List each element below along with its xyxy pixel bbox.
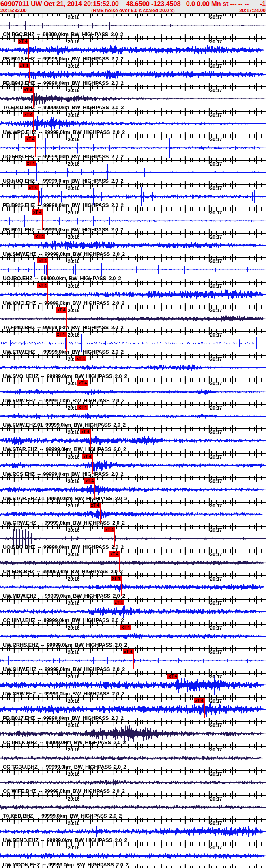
trace-row-UW.STAR.EHZ: 20:1620:17xT 4UW.STAR.EHZ -- 99999.0km B…	[0, 428, 266, 453]
station-label-UW.GRW.EHZ: UW.GRW.EHZ -- 99999.0km BW HIGHPASS 2.0 …	[3, 520, 125, 526]
pick-flag-UW.MDW.EHZ[interactable]: xT 4	[111, 576, 121, 581]
minute-label-2017: 20:17	[210, 308, 222, 313]
pick-flag-CC.HIYU.EHZ[interactable]: xT 4	[114, 600, 124, 605]
pick-flag-UW.CRW.EHZ[interactable]: xT 4	[167, 674, 178, 679]
event-summary-text: 60907011 UW Oct 21, 2014 20:15:52.00 48.…	[0, 0, 249, 8]
minute-label-2016: 20:16	[68, 625, 79, 631]
minute-label-2016: 20:16	[68, 283, 79, 289]
minute-label-2017: 20:17	[210, 430, 222, 435]
minute-label-2017: 20:17	[210, 674, 222, 680]
station-label-PB.B011.EHZ: PB.B011.EHZ -- 99999.0km BW HIGHPASS 2.0…	[3, 227, 123, 233]
pick-flag-UO.FRIS.EHZ[interactable]: xT 4	[25, 136, 36, 142]
minute-label-2016: 20:16	[68, 15, 79, 20]
pick-flag-PB.B013.EHZ[interactable]: xT 4	[18, 39, 28, 44]
station-label-CC.TCBU.BHZ: CC.TCBU.BHZ -- 99999.0km BW HIGHPASS 2.0…	[3, 764, 126, 770]
minute-label-2016: 20:16	[68, 39, 79, 45]
station-label-TA.I05D.BHZ: TA.I05D.BHZ -- 99999.0km BW HIGHPASS 2.0…	[3, 813, 122, 819]
minute-label-2017: 20:17	[210, 161, 222, 167]
pick-flag-UW.GRW.EHZ[interactable]: xT 4	[90, 503, 100, 508]
minute-label-2016: 20:16	[68, 332, 79, 338]
minute-label-2017: 20:17	[210, 137, 222, 143]
station-label-UO.FRIS.EHZ: UO.FRIS.EHZ -- 99999.0km BW HIGHPASS 2.0…	[3, 153, 124, 160]
pick-flag-TA.E04D.BHZ[interactable]: xT 4	[23, 87, 33, 93]
pick-flag-UW.KMO.EHZ[interactable]: xT 4	[37, 283, 48, 288]
pick-flag-UW.RCS.EHZ[interactable]: xT 4	[82, 454, 92, 459]
minute-label-2016: 20:16	[68, 430, 79, 435]
station-label-UW.WPO.EHZ: UW.WPO.EHZ -- 99999.0km BW HIGHPASS 2.0 …	[3, 129, 125, 135]
minute-label-2016: 20:16	[68, 576, 79, 582]
pick-flag-CN.EDB.BHZ[interactable]: xT 4	[109, 551, 120, 557]
pick-flag-PB.B926.EHZ[interactable]: xT 4	[28, 185, 38, 190]
trace-row-UW.STAR.EHZ.01: 20:1620:17xT 4UW.STAR.EHZ.01 99999.0km B…	[0, 477, 266, 502]
pick-flag-PB.B017.EHZ[interactable]: xT 4	[194, 698, 204, 703]
minute-label-2016: 20:16	[68, 796, 79, 802]
pick-flag-UO.DBO.BHZ[interactable]: xT 4	[104, 527, 115, 532]
minute-label-2017: 20:17	[210, 112, 222, 118]
pick-flag-UW.GHW.EHZ[interactable]: xT 4	[123, 649, 133, 654]
minute-label-2017: 20:17	[210, 88, 222, 93]
trace-row-UW.MDW.EHZ: 20:1620:17xT 4UW.MDW.EHZ -- 99999.0km BW…	[0, 575, 266, 599]
minute-label-2016: 20:16	[68, 137, 79, 143]
minute-label-2016: 20:16	[68, 479, 79, 484]
minute-label-2016: 20:16	[68, 308, 79, 313]
minute-label-2017: 20:17	[210, 259, 222, 264]
trace-row-PB.B926.EHZ: 20:1620:17xT 4PB.B926.EHZ -- 99999.0km B…	[0, 184, 266, 209]
minute-label-2017: 20:17	[210, 63, 222, 69]
station-label-PB.B017.EHZ: PB.B017.EHZ -- 99999.0km BW HIGHPASS 2.0…	[3, 715, 124, 721]
trace-row-CC.TCBU.BHZ: 20:1620:17CC.TCBU.BHZ -- 99999.0km BW HI…	[0, 746, 266, 770]
station-label-UW.KMO.EHZ: UW.KMO.EHZ -- 99999.0km BW HIGHPASS 2.0 …	[3, 300, 124, 306]
pick-flag-UW.FMW.EHZ.01[interactable]: xT 4	[77, 405, 88, 410]
trace-row-UW.ETW.EHZ: 20:1620:17xT 4UW.ETW.EHZ -- 99999.0km BW…	[0, 331, 266, 355]
pick-flag-UW.FMW.EHZ[interactable]: xT 4	[77, 380, 88, 386]
minute-label-2016: 20:16	[68, 674, 79, 680]
minute-label-2016: 20:16	[68, 723, 79, 728]
minute-label-2016: 20:16	[68, 771, 79, 777]
station-label-TA.F04D.BHZ: TA.F04D.BHZ -- 99999.0km BW HIGHPASS 2.0…	[3, 324, 124, 330]
pick-flag-UW.SMW.EHZ[interactable]: xT 4	[34, 234, 45, 239]
pick-flag-PB.B011.EHZ[interactable]: xT 4	[32, 209, 43, 215]
event-summary-flag: -1	[260, 0, 266, 8]
pick-flag-TA.F04D.BHZ[interactable]: xT 4	[56, 307, 66, 313]
pick-flag-PB.B943.EHZ[interactable]: xT 4	[19, 63, 29, 68]
trace-row-UW.CRW.EHZ: 20:1620:17xT 4UW.CRW.EHZ -- 99999.0km BW…	[0, 673, 266, 697]
trace-row-UW.RRHS.EHZ: 20:1620:17xT 4UW.RRHS.EHZ -- 99999.0km B…	[0, 624, 266, 648]
pick-flag-UW.STAR.EHZ[interactable]: xT 4	[80, 429, 90, 434]
station-label-CC.HIYU.EHZ: CC.HIYU.EHZ -- 99999.0km BW HIGHPASS 2.0…	[3, 617, 124, 623]
pick-flag-UO.IRO.EHZ[interactable]: xT 4	[37, 258, 48, 263]
station-label-UW.BEND.EHZ: UW.BEND.EHZ -- 99999.0km BW HIGHPASS 2.0…	[3, 837, 127, 843]
pick-flag-UW.RRHS.EHZ[interactable]: xT 4	[120, 625, 131, 630]
pick-flag-UW.ETW.EHZ[interactable]: xT 4	[56, 332, 66, 337]
station-label-PB.B926.EHZ: PB.B926.EHZ -- 99999.0km BW HIGHPASS 2.0…	[3, 202, 124, 208]
trace-row-UW.GHW.EHZ: 20:1620:17xT 4UW.GHW.EHZ -- 99999.0km BW…	[0, 648, 266, 673]
station-label-UW.CRW.EHZ: UW.CRW.EHZ -- 99999.0km BW HIGHPASS 2.0 …	[3, 691, 124, 697]
minute-label-2016: 20:16	[68, 161, 79, 167]
minute-label-2016: 20:16	[68, 845, 79, 851]
station-label-UW.STAR.EHZ: UW.STAR.EHZ -- 99999.0km BW HIGHPASS 2.0…	[3, 446, 126, 452]
station-label-UW.RCS.EHZ: UW.RCS.EHZ -- 99999.0km BW HIGHPASS 2.0 …	[3, 471, 123, 477]
minute-label-2017: 20:17	[210, 552, 222, 557]
station-label-UW.FMW.EHZ: UW.FMW.EHZ -- 99999.0km BW HIGHPASS 2.0 …	[3, 397, 124, 404]
trace-row-UW.GRW.EHZ: 20:1620:17xT 4UW.GRW.EHZ -- 99999.0km BW…	[0, 502, 266, 526]
pick-flag-UW.SVOH.EHZ[interactable]: xT 4	[75, 356, 86, 361]
trace-row-UW.MOON.EHZ: 20:1620:17UW.MOON.EHZ -- 99999.0km BW HI…	[0, 844, 266, 868]
minute-label-2017: 20:17	[210, 39, 222, 45]
minute-label-2016: 20:16	[68, 259, 79, 264]
station-label-UW.ETW.EHZ: UW.ETW.EHZ -- 99999.0km BW HIGHPASS 2.0 …	[3, 349, 124, 355]
minute-label-2016: 20:16	[68, 650, 79, 655]
minute-label-2016: 20:16	[68, 210, 79, 216]
pick-flag-UW.STAR.EHZ.01[interactable]: xT 4	[84, 478, 95, 484]
minute-label-2017: 20:17	[210, 405, 222, 411]
station-label-TA.E04D.BHZ: TA.E04D.BHZ -- 99999.0km BW HIGHPASS 2.0…	[3, 104, 124, 110]
minute-label-2017: 20:17	[210, 796, 222, 802]
trace-row-UW.FMW.EHZ: 20:1620:17xT 4UW.FMW.EHZ -- 99999.0km BW…	[0, 380, 266, 404]
minute-label-2016: 20:16	[68, 527, 79, 533]
trace-row-PB.B943.EHZ: 20:1620:17xT 4PB.B943.EHZ -- 99999.0km B…	[0, 62, 266, 86]
station-label-CN.PGC.BHZ: CN.PGC.BHZ -- 99999.0km BW HIGHPASS 2.0 …	[3, 31, 123, 37]
pick-flag-UO.HUO.EHZ[interactable]: xT 4	[26, 161, 36, 166]
minute-label-2017: 20:17	[210, 820, 222, 826]
minute-label-2016: 20:16	[68, 88, 79, 93]
minute-label-2017: 20:17	[210, 625, 222, 631]
minute-label-2017: 20:17	[210, 503, 222, 509]
trace-row-CN.EDB.BHZ: 20:1620:17xT 4CN.EDB.BHZ -- 99999.0km BW…	[0, 551, 266, 575]
pick-flag-UW.WPO.EHZ[interactable]: xT 4	[23, 112, 34, 117]
